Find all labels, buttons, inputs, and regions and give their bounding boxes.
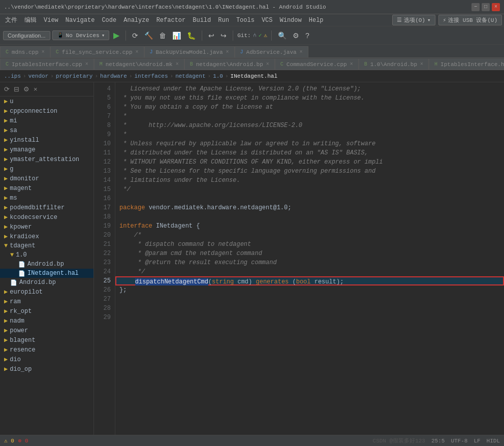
toolbar-btn-redo[interactable]: ↪ [218, 30, 229, 41]
tab-mdns-close-icon[interactable]: × [42, 49, 45, 55]
menu-vcs[interactable]: VCS [259, 16, 276, 25]
code-editor[interactable]: 4 5 6 7 8 9 10 11 12 13 14 15 16 17 18 1… [94, 82, 504, 435]
toolbar-btn-settings[interactable]: ⚙ [291, 30, 301, 41]
menu-navigate[interactable]: Navigate [62, 16, 98, 25]
sidebar-item-yinstall[interactable]: ▶ yinstall [0, 135, 93, 145]
menu-refactor[interactable]: Refactor [153, 16, 189, 25]
toolbar-btn-build[interactable]: 🔨 [142, 30, 155, 41]
sidebar-item-europilot[interactable]: ▶ europilot [0, 287, 93, 297]
menu-file[interactable]: 文件 [2, 15, 20, 25]
tab-1-bp-close-icon[interactable]: × [420, 61, 423, 67]
sidebar-refresh-btn[interactable]: ⟳ [3, 84, 11, 94]
sidebar-item-g[interactable]: ▶ g [0, 164, 93, 174]
maximize-btn[interactable]: □ [482, 3, 490, 11]
tab-android-bp-close-icon[interactable]: × [266, 61, 269, 67]
sidebar-close-btn[interactable]: × [33, 84, 39, 94]
toolbar-btn-sync[interactable]: ⟳ [130, 30, 140, 41]
toolbar-btn-clean[interactable]: 🗑 [157, 30, 168, 41]
sidebar-item-dio-op[interactable]: ▶ dio_op [0, 364, 93, 374]
tab-file-sync-close-icon[interactable]: × [135, 49, 138, 55]
toolbar-btn-profile[interactable]: 📊 [170, 30, 183, 41]
menu-tools[interactable]: Tools [233, 16, 258, 25]
options-button[interactable]: ☰ 选项(O) ▾ [392, 15, 435, 25]
menu-edit[interactable]: 编辑 [21, 15, 40, 25]
tab-adbservice-close-icon[interactable]: × [300, 49, 303, 55]
toolbar-btn-help[interactable]: ? [303, 30, 311, 41]
sidebar-item-mi[interactable]: ▶ mi [0, 116, 93, 125]
sidebar-item-nadm[interactable]: ▶ nadm [0, 316, 93, 326]
toolbar-btn-search[interactable]: 🔍 [276, 30, 289, 41]
sidebar-item-tdagent[interactable]: ▼ tdagent [0, 241, 93, 250]
sidebar-item-1-0[interactable]: ▼ 1.0 [0, 250, 93, 260]
menu-build[interactable]: Build [190, 16, 214, 25]
sidebar-item-sa[interactable]: ▶ sa [0, 125, 93, 135]
line-num-16: 16 [94, 194, 115, 203]
options-dropdown-icon: ▾ [427, 17, 431, 23]
sidebar-item-podemd[interactable]: ▶ podemdbitfilter [0, 203, 93, 212]
sidebar-item-ram[interactable]: ▶ ram [0, 297, 93, 306]
run-button[interactable]: ▶ [111, 29, 121, 41]
connect-usb-button[interactable]: ⚡ 连接 USB 设备(U) [438, 15, 502, 25]
tab-mdns[interactable]: C mdns.cpp × [0, 46, 50, 57]
breadcrumb-part-3[interactable]: proprietary [56, 73, 93, 79]
sidebar-item-dio[interactable]: ▶ dio [0, 355, 93, 364]
sidebar-item-power[interactable]: ▶ power [0, 326, 93, 335]
tab-backup-viewmodel[interactable]: J BackUpViewModel.java × [144, 46, 235, 57]
sidebar-item-kradioex[interactable]: ▶ kradioex [0, 232, 93, 241]
sidebar-item-ymanage[interactable]: ▶ ymanage [0, 145, 93, 154]
sidebar-item-android-bp-2[interactable]: 📄 Android.bp [0, 278, 93, 287]
tab-android-bp[interactable]: B netdagent\Android.bp × [184, 58, 275, 70]
sidebar-item-android-bp[interactable]: 📄 Android.bp [0, 260, 93, 269]
sidebar-item-ymaster[interactable]: ▶ ymaster_attestation [0, 154, 93, 164]
tab-file-sync[interactable]: C file_sync_service.cpp × [50, 46, 144, 57]
tab-iptables[interactable]: C IptablesInterface.cpp × [0, 58, 94, 70]
sidebar-item-dmonitor[interactable]: ▶ dmonitor [0, 174, 93, 183]
sidebar-item-cppconnection[interactable]: ▶ cppconnection [0, 106, 93, 116]
breadcrumb-part-8[interactable]: INetdagent.hal [231, 73, 277, 79]
tab-android-mk-close-icon[interactable]: × [176, 61, 179, 67]
sidebar-settings-btn[interactable]: ⚙ [22, 84, 30, 94]
toolbar-btn-undo[interactable]: ↩ [206, 30, 216, 41]
toolbar-separator-3 [233, 30, 233, 41]
sidebar-item-ms[interactable]: ▶ ms [0, 193, 93, 203]
code-line-18 [119, 212, 500, 221]
minimize-btn[interactable]: − [471, 3, 480, 11]
tab-backup-close-icon[interactable]: × [226, 49, 229, 55]
tab-commandservice[interactable]: C CommandService.cpp × [275, 58, 359, 70]
sidebar-item-inetdagent[interactable]: 📄 INetdagent.hal [0, 269, 93, 278]
toolbar-btn-debug[interactable]: 🐛 [185, 30, 198, 41]
menu-help[interactable]: Help [306, 16, 327, 25]
breadcrumb-part-7[interactable]: 1.0 [213, 73, 223, 79]
sidebar-item-kpower[interactable]: ▶ kpower [0, 222, 93, 232]
code-line-7: * [119, 112, 500, 121]
sidebar-item-rk-opt[interactable]: ▶ rk_opt [0, 306, 93, 316]
sidebar-item-resence[interactable]: ▶ resence [0, 345, 93, 355]
sidebar-item-blagent[interactable]: ▶ blagent [0, 335, 93, 345]
tab-android-mk[interactable]: M netdagent\Android.mk × [94, 58, 184, 70]
tab-iptables-close-icon[interactable]: × [85, 61, 88, 67]
configuration-dropdown[interactable]: Configuration... [3, 31, 50, 40]
breadcrumb-part-6[interactable]: netdagent [175, 73, 205, 79]
sidebar-item-kcodec[interactable]: ▶ kcodecservice [0, 212, 93, 222]
line-num-28: 28 [94, 304, 115, 313]
sidebar-item-magent[interactable]: ▶ magent [0, 183, 93, 193]
toolbar-separator-4 [271, 30, 272, 41]
menu-code[interactable]: Code [99, 16, 119, 25]
breadcrumb-part-4[interactable]: hardware [100, 73, 127, 79]
tab-commandservice-close-icon[interactable]: × [350, 61, 353, 67]
menu-run[interactable]: Run [215, 16, 232, 25]
code-content[interactable]: Licensed under the Apache License, Versi… [115, 82, 504, 435]
breadcrumb-part-5[interactable]: interfaces [135, 73, 168, 79]
tab-1-android-bp[interactable]: B 1.0\Android.bp × [359, 58, 429, 70]
menu-analyze[interactable]: Analyze [120, 16, 152, 25]
breadcrumb-part-2[interactable]: vendor [28, 73, 49, 79]
tab-iptables-h[interactable]: H IptablesInterface.h × [429, 58, 504, 70]
menu-window[interactable]: Window [277, 16, 305, 25]
close-btn[interactable]: × [492, 3, 500, 11]
menu-view[interactable]: View [41, 16, 61, 25]
breadcrumb-part-1[interactable]: ..ips [4, 73, 21, 79]
sidebar-item-u[interactable]: ▶ u [0, 97, 93, 106]
sidebar-collapse-btn[interactable]: ⊟ [13, 84, 20, 94]
devices-dropdown[interactable]: 📱 No Devices ▾ [52, 30, 110, 40]
tab-adbservice[interactable]: J AdbService.java × [235, 46, 308, 57]
